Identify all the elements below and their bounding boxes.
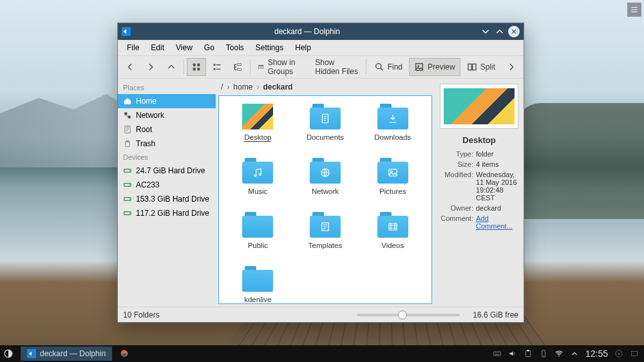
devices-item-label: 117.2 GiB Hard Drive bbox=[136, 209, 209, 218]
places-item[interactable]: Network bbox=[118, 108, 216, 122]
menu-file[interactable]: File bbox=[122, 41, 144, 54]
info-owner-value: deckard bbox=[476, 204, 518, 212]
toolbar-overflow-button[interactable] bbox=[502, 58, 521, 76]
svg-rect-15 bbox=[416, 64, 423, 71]
places-item[interactable]: Root bbox=[118, 122, 216, 137]
folder-item[interactable]: Public bbox=[225, 212, 290, 266]
clipboard-icon[interactable] bbox=[524, 349, 533, 358]
volume-icon[interactable] bbox=[508, 349, 517, 358]
devices-item[interactable]: AC233 bbox=[118, 178, 216, 192]
menu-help[interactable]: Help bbox=[290, 41, 316, 54]
find-button[interactable]: Find bbox=[369, 58, 408, 76]
breadcrumb[interactable]: / › home › deckard bbox=[216, 79, 435, 95]
tray-expand-icon[interactable] bbox=[570, 349, 579, 358]
svg-rect-2 bbox=[197, 64, 200, 66]
folder-item[interactable]: Documents bbox=[293, 104, 357, 158]
show-groups-button[interactable]: Show in Groups bbox=[252, 58, 308, 76]
svg-rect-1 bbox=[193, 64, 195, 66]
trash-icon bbox=[123, 139, 132, 148]
folder-item[interactable]: Downloads bbox=[361, 104, 425, 158]
menu-view[interactable]: View bbox=[171, 41, 198, 54]
toolbar-separator bbox=[184, 59, 184, 75]
devices-item[interactable]: 24.7 GiB Hard Drive bbox=[118, 164, 216, 178]
system-tray: 12:55 bbox=[493, 348, 644, 359]
show-desktop-icon[interactable] bbox=[630, 349, 639, 358]
taskbar: deckard — Dolphin bbox=[17, 345, 137, 362]
info-type-value: folder bbox=[476, 150, 518, 158]
menu-settings[interactable]: Settings bbox=[251, 41, 289, 54]
preview-button[interactable]: Preview bbox=[409, 58, 460, 76]
split-button[interactable]: Split bbox=[462, 58, 500, 76]
svg-point-29 bbox=[129, 213, 130, 213]
home-icon bbox=[123, 97, 132, 106]
menu-go[interactable]: Go bbox=[199, 41, 220, 54]
svg-rect-13 bbox=[261, 67, 263, 69]
folder-item[interactable]: kdenlive bbox=[225, 266, 290, 304]
view-icons-button[interactable] bbox=[187, 58, 206, 76]
info-icon[interactable] bbox=[614, 349, 623, 358]
svg-rect-42 bbox=[526, 350, 530, 356]
info-owner-label: Owner: bbox=[440, 204, 473, 212]
svg-rect-12 bbox=[259, 67, 261, 69]
breadcrumb-root[interactable]: / bbox=[221, 82, 223, 91]
folder-item[interactable]: Music bbox=[225, 158, 290, 212]
drive-icon bbox=[123, 209, 132, 218]
task-dolphin[interactable]: deckard — Dolphin bbox=[21, 347, 112, 361]
network-icon bbox=[123, 111, 132, 120]
svg-point-23 bbox=[129, 170, 130, 171]
minimize-button[interactable] bbox=[480, 26, 491, 37]
network-wifi-icon[interactable] bbox=[554, 349, 564, 358]
task-firefox[interactable] bbox=[116, 345, 133, 362]
application-launcher[interactable] bbox=[0, 345, 17, 362]
breadcrumb-current[interactable]: deckard bbox=[263, 82, 292, 91]
folder-icon bbox=[377, 104, 408, 129]
info-add-comment-link[interactable]: Add Comment... bbox=[476, 214, 518, 230]
titlebar[interactable]: deckard — Dolphin bbox=[118, 23, 524, 40]
folder-item[interactable]: Templates bbox=[293, 212, 357, 266]
device-icon[interactable] bbox=[539, 349, 548, 358]
devices-item[interactable]: 117.2 GiB Hard Drive bbox=[118, 206, 216, 220]
places-item[interactable]: Trash bbox=[118, 137, 216, 151]
places-item-label: Trash bbox=[136, 139, 155, 148]
folder-icon bbox=[310, 158, 341, 184]
folder-item[interactable]: Pictures bbox=[361, 158, 425, 212]
svg-point-32 bbox=[260, 174, 261, 176]
back-button[interactable] bbox=[120, 58, 140, 76]
view-compact-button[interactable] bbox=[207, 58, 227, 76]
folder-item[interactable]: Desktop bbox=[225, 104, 290, 158]
info-modified-label: Modified: bbox=[440, 171, 473, 178]
up-button[interactable] bbox=[162, 58, 181, 76]
icon-view[interactable]: DesktopDocumentsDownloadsMusicNetworkPic… bbox=[218, 95, 432, 304]
maximize-button[interactable] bbox=[494, 26, 506, 37]
view-details-button[interactable] bbox=[228, 58, 247, 76]
show-hidden-button[interactable]: Show Hidden Files bbox=[310, 58, 363, 76]
folder-label: Public bbox=[248, 242, 268, 249]
devices-item-label: 153.3 GiB Hard Drive bbox=[136, 195, 209, 204]
zoom-slider[interactable] bbox=[357, 314, 460, 316]
zoom-slider-thumb[interactable] bbox=[398, 310, 407, 319]
devices-header: Devices bbox=[118, 151, 216, 164]
keyboard-icon[interactable] bbox=[493, 349, 502, 358]
folder-label: Downloads bbox=[374, 133, 411, 141]
breadcrumb-home[interactable]: home bbox=[233, 82, 252, 91]
desktop-icon bbox=[242, 104, 273, 129]
panel-clock[interactable]: 12:55 bbox=[585, 348, 608, 359]
close-button[interactable] bbox=[508, 26, 520, 37]
forward-button[interactable] bbox=[141, 58, 160, 76]
list-compact-icon bbox=[212, 62, 222, 72]
preview-label: Preview bbox=[428, 62, 455, 71]
devices-item[interactable]: 153.3 GiB Hard Drive bbox=[118, 192, 216, 206]
folder-item[interactable]: Network bbox=[293, 158, 357, 212]
menu-tools[interactable]: Tools bbox=[221, 41, 249, 54]
places-item[interactable]: Home bbox=[118, 94, 216, 108]
grid-icon bbox=[191, 62, 202, 72]
folder-item[interactable]: Videos bbox=[361, 212, 425, 266]
svg-rect-11 bbox=[259, 65, 264, 66]
groups-icon bbox=[258, 62, 264, 72]
svg-rect-34 bbox=[389, 169, 397, 176]
preview-icon bbox=[414, 62, 424, 72]
chevron-up-icon bbox=[166, 62, 176, 72]
screen-edge-menu-button[interactable] bbox=[627, 3, 641, 17]
menu-edit[interactable]: Edit bbox=[146, 41, 169, 54]
hamburger-icon bbox=[630, 5, 639, 14]
